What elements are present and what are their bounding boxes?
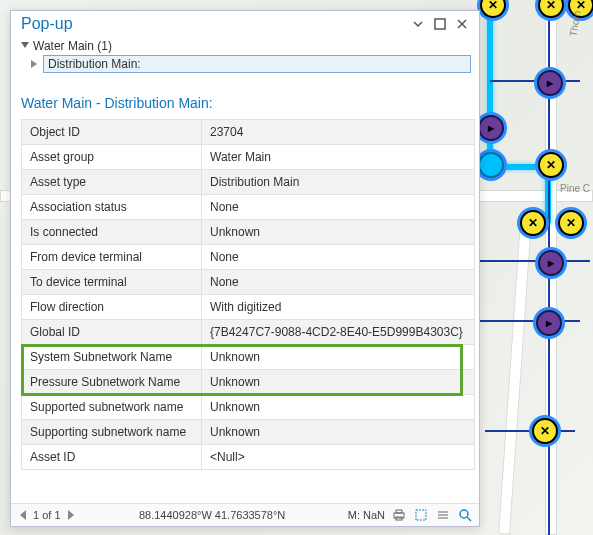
svg-rect-0: [435, 19, 445, 29]
attr-value: Unknown: [202, 370, 475, 395]
attribute-table: Object ID23704Asset groupWater MainAsset…: [21, 119, 475, 470]
next-icon[interactable]: [63, 508, 77, 522]
dock-icon[interactable]: [409, 15, 427, 33]
attr-key: Object ID: [22, 120, 202, 145]
svg-point-14: [460, 510, 468, 518]
pager: 1 of 1: [17, 508, 77, 522]
table-row: Supported subnetwork nameUnknown: [22, 395, 475, 420]
attr-value: <Null>: [202, 445, 475, 470]
panel-title: Pop-up: [21, 15, 405, 33]
select-icon[interactable]: [413, 507, 429, 523]
tree-root-item[interactable]: Water Main (1): [19, 37, 471, 55]
table-row: System Subnetwork NameUnknown: [22, 345, 475, 370]
table-row: Flow directionWith digitized: [22, 295, 475, 320]
svg-line-15: [467, 517, 471, 521]
table-row: Asset groupWater Main: [22, 145, 475, 170]
attr-key: Flow direction: [22, 295, 202, 320]
attr-value: {7B4247C7-9088-4CD2-8E40-E5D999B4303C}: [202, 320, 475, 345]
attr-value: 23704: [202, 120, 475, 145]
attribute-scroll-area[interactable]: Water Main - Distribution Main: Object I…: [11, 89, 479, 503]
attr-value: None: [202, 195, 475, 220]
attr-key: Asset type: [22, 170, 202, 195]
section-title: Water Main - Distribution Main:: [21, 95, 475, 111]
table-row: Object ID23704: [22, 120, 475, 145]
table-row: Pressure Subnetwork NameUnknown: [22, 370, 475, 395]
tree-child-label: Distribution Main:: [43, 55, 471, 73]
menu-dots-icon[interactable]: [435, 507, 451, 523]
attr-key: Pressure Subnetwork Name: [22, 370, 202, 395]
attr-value: With digitized: [202, 295, 475, 320]
attr-key: Supporting subnetwork name: [22, 420, 202, 445]
svg-rect-8: [396, 510, 402, 513]
attr-key: Global ID: [22, 320, 202, 345]
svg-marker-4: [31, 60, 37, 68]
feature-tree: Water Main (1) Distribution Main:: [11, 35, 479, 75]
table-row: Asset typeDistribution Main: [22, 170, 475, 195]
footer-bar: 1 of 1 88.1440928°W 41.7633578°N M: NaN: [11, 503, 479, 526]
zoom-icon[interactable]: [457, 507, 473, 523]
attr-value: None: [202, 245, 475, 270]
attr-value: Unknown: [202, 420, 475, 445]
print-icon[interactable]: [391, 507, 407, 523]
attr-value: None: [202, 270, 475, 295]
prev-icon[interactable]: [17, 508, 31, 522]
tree-child-item[interactable]: Distribution Main:: [41, 55, 471, 73]
attr-value: Unknown: [202, 345, 475, 370]
attr-value: Distribution Main: [202, 170, 475, 195]
panel-header: Pop-up: [11, 11, 479, 35]
menu-icon[interactable]: [431, 15, 449, 33]
svg-marker-5: [20, 510, 26, 520]
attr-key: Asset ID: [22, 445, 202, 470]
attr-key: Supported subnetwork name: [22, 395, 202, 420]
pager-text: 1 of 1: [33, 509, 61, 521]
svg-marker-6: [68, 510, 74, 520]
table-row: From device terminalNone: [22, 245, 475, 270]
table-row: Global ID{7B4247C7-9088-4CD2-8E40-E5D999…: [22, 320, 475, 345]
table-row: Supporting subnetwork nameUnknown: [22, 420, 475, 445]
attr-key: To device terminal: [22, 270, 202, 295]
attr-key: Is connected: [22, 220, 202, 245]
attr-key: Association status: [22, 195, 202, 220]
attr-value: Unknown: [202, 220, 475, 245]
close-icon[interactable]: [453, 15, 471, 33]
table-row: Asset ID<Null>: [22, 445, 475, 470]
scale-text: M: NaN: [348, 509, 385, 521]
street-label: Thorn: [567, 10, 582, 38]
table-row: Association statusNone: [22, 195, 475, 220]
attr-value: Water Main: [202, 145, 475, 170]
table-row: To device terminalNone: [22, 270, 475, 295]
attr-key: Asset group: [22, 145, 202, 170]
street-label: Pine C: [560, 183, 590, 194]
attr-key: From device terminal: [22, 245, 202, 270]
chevron-down-icon[interactable]: [19, 40, 31, 52]
table-row: Is connectedUnknown: [22, 220, 475, 245]
popup-panel: Pop-up Water Main (1) Distribution Main:…: [10, 10, 480, 527]
svg-rect-10: [416, 510, 426, 520]
svg-marker-3: [21, 42, 29, 48]
tree-root-label: Water Main (1): [33, 39, 112, 53]
attr-key: System Subnetwork Name: [22, 345, 202, 370]
coordinates-text: 88.1440928°W 41.7633578°N: [139, 509, 285, 521]
chevron-right-icon[interactable]: [29, 58, 41, 70]
attr-value: Unknown: [202, 395, 475, 420]
